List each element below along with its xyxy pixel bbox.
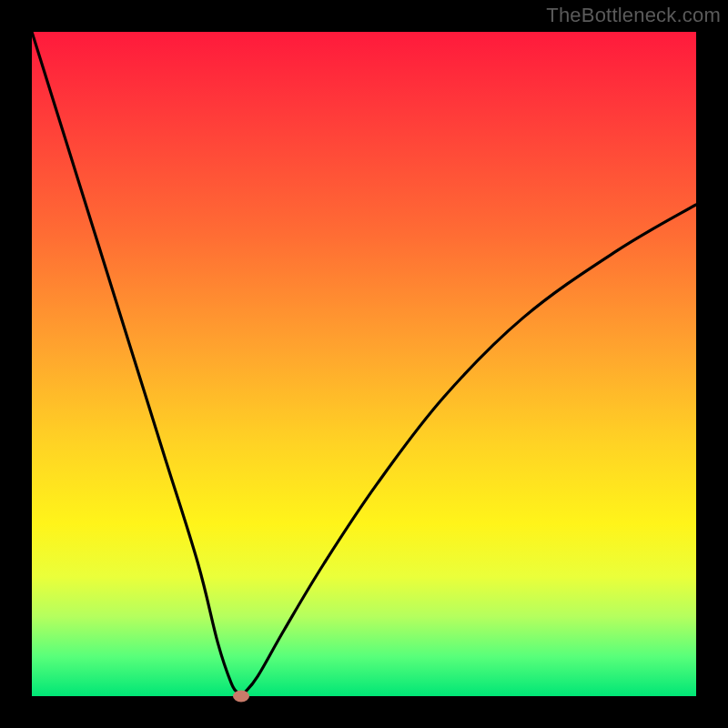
bottleneck-curve <box>32 32 696 696</box>
plot-area <box>32 32 696 696</box>
watermark-text: TheBottleneck.com <box>546 4 721 27</box>
chart-frame: TheBottleneck.com <box>0 0 728 728</box>
optimal-point-marker <box>233 691 249 703</box>
